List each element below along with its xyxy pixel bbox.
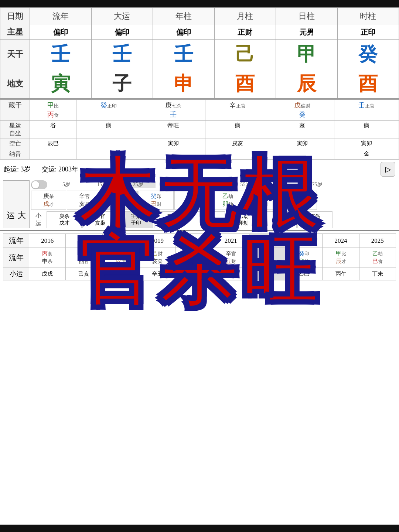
zhuxing-yue: 正财 bbox=[214, 25, 276, 40]
middle-section: 藏干 甲比 丙食 癸正印 庚七杀 壬 辛正官 bbox=[0, 99, 399, 230]
dayun-item-2[interactable]: 辛官 亥枭 bbox=[67, 191, 102, 210]
tiangan-dayun: 壬 bbox=[91, 40, 153, 69]
xingyun-liuyear: 谷 bbox=[30, 121, 76, 139]
dayun-content: 5岁 15岁 25岁 35岁 45岁 55岁 65岁 75岁 庚杀 戌才 辛官 bbox=[31, 180, 396, 228]
kongwang-row: 空亡 辰巳 寅卯 戌亥 寅卯 寅卯 bbox=[0, 139, 399, 149]
xiaoyun-5: 甲比寅比 bbox=[190, 211, 225, 228]
dayun-item-7-top: 丙食 bbox=[247, 192, 280, 200]
dayun-age-1: 5岁 bbox=[49, 181, 84, 188]
dayun-toggle[interactable] bbox=[31, 180, 47, 189]
char-you1: 酉 bbox=[235, 73, 255, 94]
dayun-item-3[interactable]: 壬枭 子印 bbox=[103, 191, 138, 210]
dayun-item-6[interactable]: 乙劫 卯劫 bbox=[210, 191, 245, 210]
liuyear-item-2022: 壬枭 寅比 bbox=[249, 248, 286, 267]
xiaoyun-7: 丙食辰才 bbox=[262, 211, 297, 228]
tiangan-shi: 癸 bbox=[337, 40, 399, 69]
liuyear-year-2021: 2021 bbox=[212, 234, 249, 248]
nayin-liuyear bbox=[30, 149, 76, 160]
header-label-riqi: 日期 bbox=[0, 8, 30, 25]
liuyear-table: 流年 2016 2017 2018 2019 2020 2021 2022 20… bbox=[3, 233, 396, 280]
kongwang-label: 空亡 bbox=[0, 139, 30, 149]
liuyear-year-2024: 2024 bbox=[323, 234, 359, 248]
dayun-label: 大运 bbox=[3, 180, 30, 228]
liuyear-item-2019: 己财 亥枭 bbox=[139, 248, 175, 267]
liuyear-year-2016: 2016 bbox=[29, 234, 66, 248]
xiaoyun-4: 癸印丑财 bbox=[154, 211, 189, 228]
dayun-item-3-top: 壬枭 bbox=[104, 192, 137, 200]
dayun-item-2-bot: 亥枭 bbox=[68, 200, 101, 208]
nayin-nian bbox=[141, 149, 205, 160]
dizhi-shi: 酉 bbox=[337, 69, 399, 99]
dayun-items: 庚杀 戌才 辛官 亥枭 壬枭 子印 癸印 丑财 甲比 寅比 bbox=[31, 191, 396, 210]
xiaoyun-1: 庚杀戌才 bbox=[47, 211, 82, 228]
liuyear-item-2024: 甲比 辰才 bbox=[323, 248, 359, 267]
dayun-item-8[interactable]: 丁伤 巳食 bbox=[282, 191, 317, 210]
liuyear-xiaoyun-10: 丁未 bbox=[359, 267, 396, 280]
zanggao-ri-piancai: 偏财 bbox=[301, 103, 310, 109]
dayun-age-3: 25岁 bbox=[120, 181, 156, 188]
zanggao-dayun-gui: 癸 bbox=[100, 102, 107, 109]
tiangan-ri: 甲 bbox=[276, 40, 338, 69]
dayun-item-5-top: 甲比 bbox=[175, 192, 208, 200]
kongwang-yue: 戌亥 bbox=[205, 139, 270, 149]
liuyear-xiaoyun-4: 辛丑 bbox=[139, 267, 175, 280]
liuyear-year-2022: 2022 bbox=[249, 234, 286, 248]
zhuxing-shi: 正印 bbox=[337, 25, 399, 40]
tiangan-liuyear: 壬 bbox=[30, 40, 92, 69]
liuyear-items-label: 流年 bbox=[3, 248, 29, 267]
jiaoyun-val: 2003年 bbox=[58, 166, 78, 173]
kongwang-dayun bbox=[76, 139, 141, 149]
xingyun-zizuo-row: 星运自坐 谷 病 帝旺 病 墓 病 bbox=[0, 121, 399, 139]
mid-table: 藏干 甲比 丙食 癸正印 庚七杀 壬 辛正官 bbox=[0, 99, 399, 160]
dayun-item-8-bot: 巳食 bbox=[283, 200, 316, 208]
jiaoyun-label: 交运: bbox=[42, 166, 59, 173]
zhuxing-nian: 偏印 bbox=[153, 25, 215, 40]
xiaoyun-row: 小运 庚杀戌才 辛官亥枭 壬枭子印 癸印丑财 甲比寅比 乙劫卯劫 丙食辰才 丁伤… bbox=[31, 211, 396, 228]
qiyun-block: 起运: 3岁 bbox=[4, 165, 31, 174]
liuyear-item-2018: 戊才 戌才 bbox=[102, 248, 139, 267]
zanggao-liuyear-bi: 比 bbox=[54, 103, 59, 109]
zanggao-nian: 庚七杀 壬 bbox=[141, 100, 205, 121]
char-yin: 寅 bbox=[51, 73, 70, 94]
xingyun-dayun: 病 bbox=[76, 121, 141, 139]
nayin-row: 纳音 金 bbox=[0, 149, 399, 160]
liuyear-item-2017: 丁伤 酉官 bbox=[66, 248, 102, 267]
nayin-label: 纳音 bbox=[0, 149, 30, 160]
dayun-item-5[interactable]: 甲比 寅比 bbox=[174, 191, 209, 210]
dizhi-ri: 辰 bbox=[276, 69, 338, 99]
xiaoyun-8: 丁伤巳食 bbox=[297, 211, 332, 228]
dizhi-yue: 酉 bbox=[214, 69, 276, 99]
zanggao-label: 藏干 bbox=[0, 100, 30, 121]
xiaoyun-3: 壬枭子印 bbox=[118, 211, 153, 228]
dayun-item-7[interactable]: 丙食 辰才 bbox=[246, 191, 281, 210]
kongwang-shi: 寅卯 bbox=[334, 139, 399, 149]
zanggao-nian-qisha: 七杀 bbox=[172, 103, 181, 109]
xingyun-nian: 帝旺 bbox=[141, 121, 205, 139]
zanggao-nian-geng: 庚 bbox=[165, 102, 172, 109]
char-ren2: 壬 bbox=[112, 44, 132, 65]
zhuxing-liuyear: 偏印 bbox=[30, 25, 92, 40]
dayun-toggle-row: 5岁 15岁 25岁 35岁 45岁 55岁 65岁 75岁 bbox=[31, 180, 396, 189]
nayin-dayun bbox=[76, 149, 141, 160]
dayun-item-4[interactable]: 癸印 丑财 bbox=[139, 191, 174, 210]
kongwang-nian: 寅卯 bbox=[141, 139, 205, 149]
tiangan-nian: 壬 bbox=[153, 40, 215, 69]
zanggao-dayun-zhengyin: 正印 bbox=[107, 103, 117, 109]
zanggao-ri-gui: 癸 bbox=[299, 111, 306, 118]
arrow-right[interactable]: ▷ bbox=[381, 162, 395, 177]
dayun-item-6-top: 乙劫 bbox=[211, 192, 244, 200]
bottom-black-bar bbox=[0, 525, 399, 532]
char-ren1: 壬 bbox=[51, 44, 70, 65]
dayun-item-1[interactable]: 庚杀 戌才 bbox=[31, 191, 66, 210]
zanggao-shi: 壬正官 bbox=[334, 100, 399, 121]
dayun-item-3-bot: 子印 bbox=[104, 200, 137, 208]
dizhi-nian: 申 bbox=[153, 69, 215, 99]
header-shizhu: 时柱 bbox=[337, 8, 399, 25]
zanggao-liyear-jia: 甲 bbox=[47, 102, 54, 109]
dayun-item-5-bot: 寅比 bbox=[175, 200, 208, 208]
liuyear-xiaoyun-1: 戊戌 bbox=[29, 267, 66, 280]
zanggao-yue-xin: 辛 bbox=[229, 102, 236, 109]
zanggao-shi-ren: 壬 bbox=[358, 102, 365, 109]
zhuxing-dayun: 偏印 bbox=[91, 25, 153, 40]
jiaoyun-block: 交运: 2003年 bbox=[42, 165, 79, 174]
